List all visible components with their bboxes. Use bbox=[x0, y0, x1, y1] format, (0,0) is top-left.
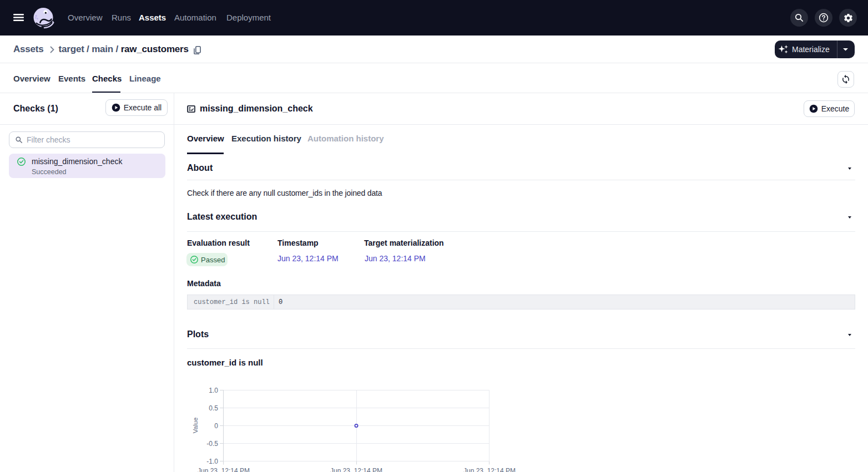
svg-text:1.0: 1.0 bbox=[209, 387, 218, 394]
svg-text:0: 0 bbox=[214, 422, 218, 430]
svg-text:Jun 23, 12:14 PM: Jun 23, 12:14 PM bbox=[198, 467, 250, 472]
svg-text:-0.5: -0.5 bbox=[206, 440, 218, 448]
svg-text:0.5: 0.5 bbox=[209, 404, 218, 412]
svg-text:-1.0: -1.0 bbox=[206, 458, 218, 465]
svg-text:Value: Value bbox=[192, 418, 199, 434]
svg-text:Jun 23, 12:14 PM: Jun 23, 12:14 PM bbox=[463, 467, 516, 472]
svg-text:Jun 23, 12:14 PM: Jun 23, 12:14 PM bbox=[330, 467, 382, 472]
